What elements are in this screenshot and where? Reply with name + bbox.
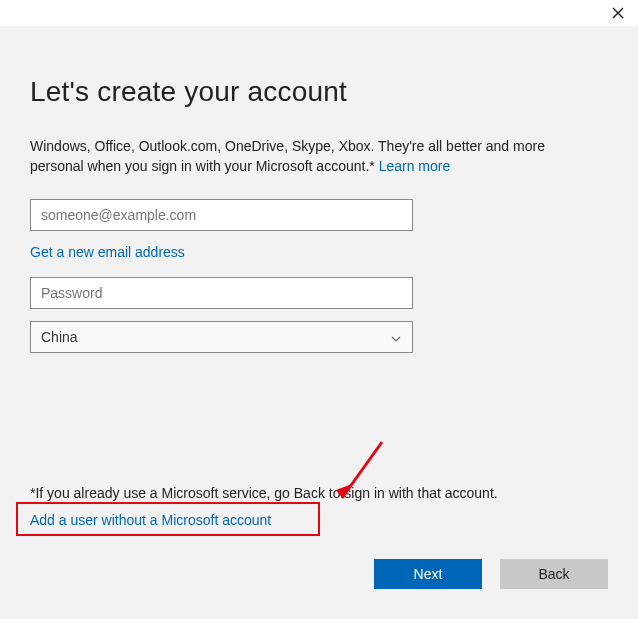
footer-area: *If you already use a Microsoft service,… [30,485,608,589]
close-button[interactable] [608,4,628,24]
country-select[interactable]: China [30,321,413,353]
back-button[interactable]: Back [500,559,608,589]
password-field[interactable] [30,277,413,309]
chevron-down-icon [390,331,402,349]
page-title: Let's create your account [30,76,608,108]
next-button[interactable]: Next [374,559,482,589]
add-user-without-account-link[interactable]: Add a user without a Microsoft account [30,512,271,528]
get-new-email-row: Get a new email address [30,243,608,261]
country-selected-value: China [41,322,78,352]
dialog-window: Let's create your account Windows, Offic… [0,0,638,619]
intro-text: Windows, Office, Outlook.com, OneDrive, … [30,136,590,177]
intro-body: Windows, Office, Outlook.com, OneDrive, … [30,138,545,174]
get-new-email-link[interactable]: Get a new email address [30,244,185,260]
titlebar [0,0,638,26]
button-row: Next Back [30,559,608,589]
existing-account-note: *If you already use a Microsoft service,… [30,485,608,501]
learn-more-link[interactable]: Learn more [379,158,451,174]
content-area: Let's create your account Windows, Offic… [0,26,638,619]
email-field[interactable] [30,199,413,231]
close-icon [612,5,624,23]
